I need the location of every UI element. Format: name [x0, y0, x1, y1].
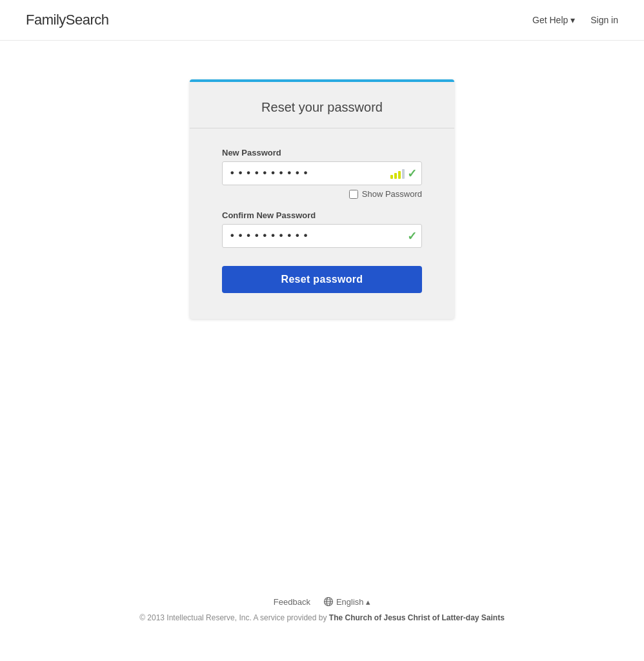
reset-password-button[interactable]: Reset password [222, 266, 422, 293]
new-password-input-wrapper: ✓ [222, 161, 422, 185]
get-help-link[interactable]: Get Help ▾ [532, 15, 575, 25]
strength-bar-3 [398, 171, 401, 179]
new-password-check-icon: ✓ [407, 167, 417, 181]
strength-bar-1 [390, 175, 393, 179]
card-body: New Password ✓ [190, 128, 454, 319]
strength-bars-icon [390, 168, 405, 179]
strength-bar-2 [394, 173, 397, 179]
new-password-label: New Password [222, 148, 422, 158]
new-password-icons: ✓ [390, 167, 417, 181]
footer-copyright: © 2013 Intellectual Reserve, Inc. A serv… [0, 613, 644, 622]
confirm-password-label: Confirm New Password [222, 210, 422, 220]
header: FamilySearch Get Help ▾ Sign in [0, 0, 644, 41]
confirm-password-group: Confirm New Password ✓ [222, 210, 422, 248]
strength-bar-4 [402, 169, 405, 179]
main-content: Reset your password New Password ✓ [0, 41, 644, 319]
show-password-label[interactable]: Show Password [362, 189, 422, 199]
language-selector[interactable]: English ▴ [323, 596, 370, 607]
copyright-text: © 2013 Intellectual Reserve, Inc. A serv… [139, 613, 329, 622]
feedback-link[interactable]: Feedback [274, 597, 310, 607]
show-password-row: Show Password [222, 189, 422, 199]
church-link[interactable]: The Church of Jesus Christ of Latter-day… [329, 613, 505, 622]
confirm-password-input-wrapper: ✓ [222, 224, 422, 248]
footer: Feedback English ▴ © 2013 Intellectual R… [0, 596, 644, 622]
confirm-password-check-icon: ✓ [407, 229, 417, 243]
confirm-password-input[interactable] [222, 224, 422, 248]
globe-icon [323, 596, 334, 607]
card-header: Reset your password [190, 79, 454, 128]
new-password-group: New Password ✓ [222, 148, 422, 199]
language-label: English ▴ [336, 597, 370, 607]
show-password-checkbox[interactable] [349, 190, 358, 199]
card-title: Reset your password [203, 100, 441, 115]
confirm-password-icons: ✓ [407, 229, 417, 243]
footer-links: Feedback English ▴ [0, 596, 644, 607]
sign-in-link[interactable]: Sign in [590, 15, 618, 25]
header-nav: Get Help ▾ Sign in [532, 15, 618, 25]
logo: FamilySearch [26, 12, 108, 28]
reset-password-card: Reset your password New Password ✓ [190, 79, 454, 319]
